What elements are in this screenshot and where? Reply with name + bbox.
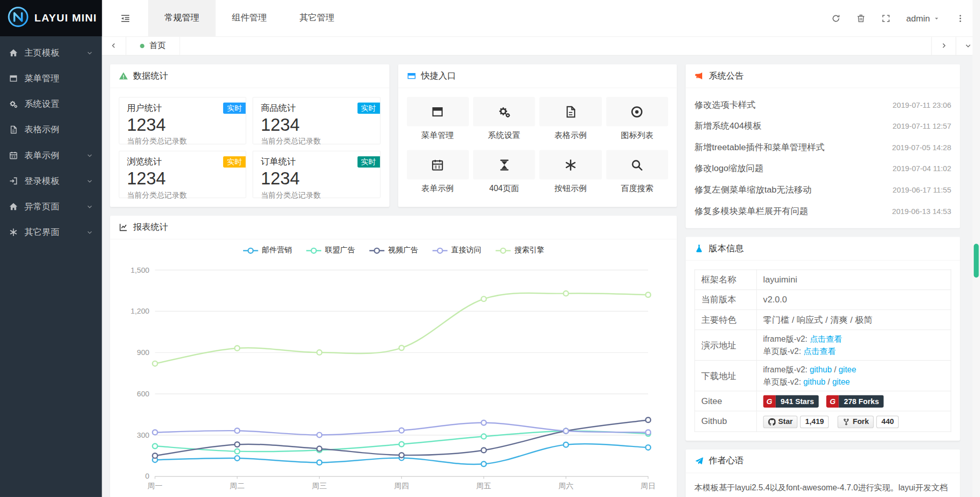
asterisk-icon — [564, 158, 578, 172]
card-header: 数据统计 — [110, 64, 389, 88]
quick-entry-baidu-search[interactable]: 百度搜索 — [606, 150, 668, 195]
stat-card-orders: 订单统计 实时 1234 当前分类总记录数 — [253, 151, 380, 198]
svg-text:周二: 周二 — [230, 482, 245, 490]
dot-circle-icon — [630, 105, 644, 119]
right-column: 系统公告 修改选项卡样式 2019-07-11 23:06 新增系统404模板 … — [686, 64, 960, 497]
notice-item[interactable]: 新增系统404模板 2019-07-11 12:57 — [695, 115, 951, 137]
realtime-badge: 实时 — [223, 103, 246, 114]
realtime-badge: 实时 — [357, 103, 379, 114]
home-icon — [9, 202, 18, 211]
legend-item-邮件营销[interactable]: 邮件营销 — [243, 245, 292, 256]
header-tab-other[interactable]: 其它管理 — [283, 0, 350, 36]
notice-item[interactable]: 修复多模块菜单栏展开有问题 2019-06-13 14:53 — [695, 201, 951, 222]
flask-icon — [695, 244, 704, 253]
calendar-icon — [431, 158, 444, 172]
page-scrollbar[interactable] — [972, 0, 980, 497]
svg-text:周四: 周四 — [394, 482, 409, 490]
sidebar-item-menu-management[interactable]: 菜单管理 — [0, 66, 102, 91]
paper-plane-icon — [695, 456, 704, 465]
quick-entry-form-example[interactable]: 表单示例 — [407, 150, 469, 195]
realtime-badge: 实时 — [357, 156, 379, 168]
quick-entry-icon-list[interactable]: 图标列表 — [606, 97, 668, 141]
sidebar-item-label: 表单示例 — [25, 150, 60, 161]
demo-link-spa-v2[interactable]: 点击查看 — [803, 346, 836, 356]
gitee-logo-icon: G — [826, 395, 839, 408]
table-row: 框架名称 layuimini — [695, 270, 951, 290]
card-header: 作者心语 — [686, 449, 960, 473]
stat-desc: 当前分类总记录数 — [127, 136, 238, 147]
download-link-github[interactable]: github — [809, 365, 831, 374]
sidebar-item-home-templates[interactable]: 主页模板 — [0, 40, 102, 65]
legend-item-搜索引擎[interactable]: 搜索引擎 — [495, 245, 544, 256]
stat-desc: 当前分类总记录数 — [127, 190, 238, 201]
sidebar-item-system-settings[interactable]: 系统设置 — [0, 91, 102, 117]
quick-entry-menu-management[interactable]: 菜单管理 — [407, 97, 469, 141]
version-info-table: 框架名称 layuimini 当前版本 v2.0.0 主要特色 零门槛 / 响应… — [695, 269, 951, 432]
download-link-gitee[interactable]: gitee — [832, 377, 850, 386]
sign-in-icon — [9, 176, 18, 185]
notice-item[interactable]: 修改logo缩放问题 2019-07-04 11:02 — [695, 158, 951, 180]
github-star-badge[interactable]: Star 1,419 — [763, 415, 829, 428]
vertical-dots-icon — [955, 13, 965, 22]
window-icon — [9, 74, 18, 83]
notice-item[interactable]: 修改选项卡样式 2019-07-11 23:06 — [695, 94, 951, 116]
download-link-gitee[interactable]: gitee — [839, 365, 856, 374]
logo-icon — [8, 6, 29, 30]
github-fork-badge[interactable]: Fork 440 — [838, 415, 899, 428]
notice-item[interactable]: 修复左侧菜单缩放tab无法移动 2019-06-17 11:55 — [695, 179, 951, 201]
download-link-github[interactable]: github — [803, 377, 825, 386]
header-tab-components[interactable]: 组件管理 — [216, 0, 283, 36]
card-title: 作者心语 — [709, 455, 744, 466]
gitee-logo-icon: G — [763, 395, 775, 408]
home-icon — [9, 48, 18, 57]
quick-entry-button-example[interactable]: 按钮示例 — [539, 150, 602, 195]
chevron-down-icon — [86, 203, 93, 210]
sidebar: LAYUI MINI 主页模板 菜单管理 系统设置 表格示例 表单 — [0, 0, 102, 497]
tabs-scroll-left-button[interactable] — [102, 36, 126, 55]
gitee-forks-badge[interactable]: G 278 Forks — [826, 395, 884, 408]
svg-text:0: 0 — [145, 472, 149, 480]
legend-item-直接访问[interactable]: 直接访问 — [432, 245, 482, 256]
card-title: 快捷入口 — [421, 70, 456, 82]
gears-icon — [497, 105, 511, 119]
tab-home[interactable]: 首页 — [126, 36, 180, 55]
legend-marker — [369, 247, 385, 254]
stat-card-views: 浏览统计 实时 1234 当前分类总记录数 — [119, 151, 247, 198]
sidebar-item-login-templates[interactable]: 登录模板 — [0, 168, 102, 194]
user-menu[interactable]: admin — [906, 13, 940, 23]
legend-item-联盟广告[interactable]: 联盟广告 — [305, 245, 355, 256]
quick-entry-system-settings[interactable]: 系统设置 — [473, 97, 535, 141]
legend-item-视频广告[interactable]: 视频广告 — [369, 245, 418, 256]
refresh-button[interactable] — [831, 13, 841, 22]
table-row: 演示地址 iframe版-v2: 点击查看 单页版-v2: 点击查看 — [695, 330, 951, 361]
notice-item[interactable]: 新增treetable插件和菜单管理样式 2019-07-05 14:28 — [695, 137, 951, 158]
quick-entry-card: 快捷入口 菜单管理 系统设置 表格示例 — [398, 64, 677, 207]
card-header: 报表统计 — [110, 216, 677, 240]
sidebar-collapse-button[interactable] — [102, 0, 148, 36]
fullscreen-button[interactable] — [881, 13, 890, 22]
quick-entry-404-page[interactable]: 404页面 — [473, 150, 535, 195]
sidebar-item-form-example[interactable]: 表单示例 — [0, 143, 102, 168]
sidebar-item-error-pages[interactable]: 异常页面 — [0, 194, 102, 219]
legend-marker — [495, 247, 511, 254]
scrollbar-thumb[interactable] — [974, 244, 979, 277]
chevron-down-icon — [86, 178, 93, 184]
gitee-stars-badge[interactable]: G 941 Stars — [763, 395, 819, 408]
clear-cache-button[interactable] — [856, 13, 866, 22]
card-title: 报表统计 — [133, 222, 169, 233]
chevron-down-icon — [86, 229, 93, 235]
app-logo[interactable]: LAYUI MINI — [0, 0, 102, 36]
demo-link-iframe-v2[interactable]: 点击查看 — [809, 335, 842, 344]
card-icon — [407, 72, 416, 81]
tab-home-label: 首页 — [150, 40, 166, 51]
sidebar-item-other-pages[interactable]: 其它界面 — [0, 220, 102, 245]
stat-desc: 当前分类总记录数 — [261, 190, 372, 201]
sidebar-item-table-example[interactable]: 表格示例 — [0, 117, 102, 143]
fullscreen-icon — [881, 13, 890, 22]
more-menu-button[interactable] — [955, 13, 965, 22]
tabs-scroll-right-button[interactable] — [931, 36, 956, 55]
quick-entry-grid: 菜单管理 系统设置 表格示例 图标列表 — [398, 88, 677, 203]
header-tab-general[interactable]: 常规管理 — [148, 0, 216, 36]
octocat-icon — [768, 418, 776, 425]
quick-entry-table-example[interactable]: 表格示例 — [539, 97, 602, 141]
